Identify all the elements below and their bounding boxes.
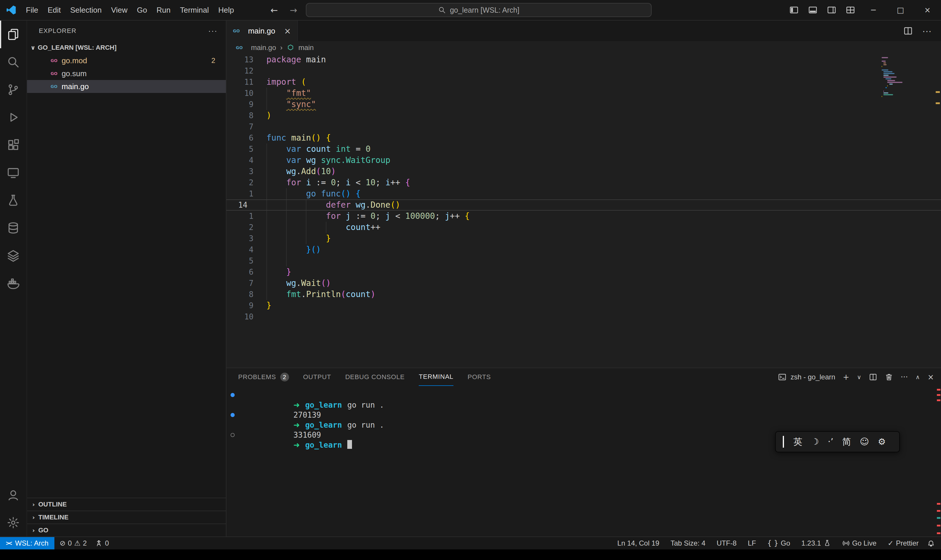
code-line[interactable]: 8 fmt.Println(count) <box>226 289 941 300</box>
notifications-bell-icon[interactable] <box>927 539 935 547</box>
menu-file[interactable]: File <box>21 4 43 17</box>
go-version-status[interactable]: 1.23.1 <box>798 539 834 547</box>
eol-status[interactable]: LF <box>745 539 759 547</box>
menu-view[interactable]: View <box>106 4 132 17</box>
tab-debug-console[interactable]: DEBUG CONSOLE <box>345 368 404 386</box>
ime-emoji-icon[interactable]: ☺ <box>860 437 869 446</box>
run-debug-icon[interactable] <box>0 103 26 131</box>
tab-maingo[interactable]: GO main.go × <box>226 21 298 41</box>
file-row-gomod[interactable]: GO go.mod 2 <box>27 54 226 67</box>
code-line[interactable]: 5 <box>226 255 941 266</box>
file-row-maingo[interactable]: GO main.go <box>27 80 226 93</box>
section-timeline[interactable]: › TIMELINE <box>27 511 226 523</box>
editor[interactable]: 13package main1211import (10 "fmt"9 "syn… <box>226 54 941 368</box>
code-line[interactable]: 9 "sync" <box>226 99 941 110</box>
code-line[interactable]: 6 } <box>226 266 941 278</box>
source-control-icon[interactable] <box>0 76 26 103</box>
cursor-position[interactable]: Ln 14, Col 19 <box>614 539 662 547</box>
layers-icon[interactable] <box>0 242 26 269</box>
code-line[interactable]: 4 }() <box>226 244 941 255</box>
command-decoration-icon[interactable] <box>231 413 235 417</box>
code-line[interactable]: 6func main() { <box>226 132 941 143</box>
code-line[interactable]: 10 <box>226 311 941 322</box>
testing-icon[interactable] <box>0 186 26 214</box>
split-terminal-icon[interactable] <box>869 373 877 381</box>
section-go[interactable]: › GO <box>27 523 226 537</box>
tab-terminal[interactable]: TERMINAL <box>419 368 454 386</box>
code-line[interactable]: 4 var wg sync.WaitGroup <box>226 155 941 166</box>
code-line[interactable]: 1 for j := 0; j < 100000; j++ { <box>226 211 941 222</box>
settings-gear-icon[interactable] <box>0 509 26 537</box>
code-line[interactable]: 3 } <box>226 233 941 244</box>
code-line[interactable]: 10 "fmt" <box>226 88 941 99</box>
split-editor-icon[interactable] <box>903 26 913 35</box>
toggle-secondary-sidebar-icon[interactable] <box>822 0 841 20</box>
terminal-content[interactable]: ➜go_learngo run . 270139 ➜go_learngo run… <box>226 386 941 537</box>
tab-close-icon[interactable]: × <box>284 26 291 36</box>
tab-ports[interactable]: PORTS <box>467 368 491 386</box>
ime-language-mode[interactable]: 英 <box>793 437 802 446</box>
database-icon[interactable] <box>0 214 26 242</box>
shell-session-label[interactable]: zsh - go_learn <box>778 373 835 381</box>
search-view-icon[interactable] <box>0 48 26 76</box>
tab-problems[interactable]: PROBLEMS 2 <box>238 368 289 386</box>
explorer-icon[interactable] <box>0 21 26 48</box>
docker-icon[interactable] <box>0 269 26 297</box>
toggle-sidebar-icon[interactable] <box>784 0 803 20</box>
code-line[interactable]: 3 wg.Add(10) <box>226 166 941 177</box>
menu-selection[interactable]: Selection <box>66 4 106 17</box>
code-line[interactable]: 1 go func() { <box>226 188 941 199</box>
menu-help[interactable]: Help <box>214 4 238 17</box>
command-center-search[interactable]: go_learn [WSL: Arch] <box>306 3 652 17</box>
code-line[interactable]: 7 <box>226 121 941 132</box>
menu-go[interactable]: Go <box>132 4 152 17</box>
remote-indicator[interactable]: >< WSL: Arch <box>0 537 54 549</box>
ime-simplified-mode[interactable]: 简 <box>842 437 851 446</box>
ime-halfwidth-moon-icon[interactable]: ☽ <box>811 437 819 446</box>
customize-layout-icon[interactable] <box>841 0 860 20</box>
accounts-icon[interactable] <box>0 481 26 509</box>
problems-status[interactable]: ⊘ 0 ⚠ 2 <box>57 539 90 547</box>
code-line[interactable]: 9} <box>226 300 941 311</box>
code-line[interactable]: 7 wg.Wait() <box>226 278 941 289</box>
code-line[interactable]: 2 count++ <box>226 222 941 233</box>
language-mode[interactable]: { } Go <box>764 539 793 547</box>
code-line[interactable]: 2 for i := 0; i < 10; i++ { <box>226 177 941 188</box>
close-panel-icon[interactable]: × <box>927 373 934 382</box>
menu-terminal[interactable]: Terminal <box>175 4 214 17</box>
window-minimize-button[interactable]: ─ <box>860 0 887 20</box>
kill-terminal-trash-icon[interactable] <box>885 373 893 381</box>
explorer-more-actions-icon[interactable]: ··· <box>208 26 218 35</box>
back-icon[interactable]: ← <box>271 5 278 15</box>
window-close-button[interactable]: × <box>914 0 941 20</box>
file-row-gosum[interactable]: GO go.sum <box>27 67 226 80</box>
prettier-status[interactable]: ✓ Prettier <box>885 539 922 547</box>
indentation-status[interactable]: Tab Size: 4 <box>667 539 709 547</box>
editor-more-actions-icon[interactable]: ··· <box>922 26 932 37</box>
menu-run[interactable]: Run <box>152 4 175 17</box>
forward-icon[interactable]: → <box>290 5 297 15</box>
code-line[interactable]: 11import ( <box>226 77 941 88</box>
window-maximize-button[interactable]: □ <box>887 0 914 20</box>
encoding-status[interactable]: UTF-8 <box>714 539 740 547</box>
ime-punctuation-mode[interactable]: ·’ <box>828 437 833 446</box>
toggle-panel-icon[interactable] <box>803 0 822 20</box>
ports-status[interactable]: 0 <box>92 539 112 547</box>
new-terminal-icon[interactable]: + <box>843 373 849 382</box>
code-line[interactable]: 13package main <box>226 54 941 65</box>
extensions-icon[interactable] <box>0 131 26 159</box>
code-line[interactable]: 8) <box>226 110 941 121</box>
section-outline[interactable]: › OUTLINE <box>27 498 226 511</box>
tab-output[interactable]: OUTPUT <box>303 368 331 386</box>
menu-edit[interactable]: Edit <box>43 4 66 17</box>
code-line[interactable]: 5 var count int = 0 <box>226 143 941 155</box>
command-decoration-icon[interactable] <box>231 393 235 397</box>
breadcrumb-file[interactable]: main.go <box>251 43 276 52</box>
terminal-dropdown-icon[interactable]: ∨ <box>857 374 861 381</box>
breadcrumb-symbol[interactable]: main <box>298 43 314 52</box>
folder-root-row[interactable]: ∨ GO_LEARN [WSL: ARCH] <box>27 41 226 54</box>
maximize-panel-icon[interactable]: ∧ <box>916 374 920 381</box>
go-live-button[interactable]: Go Live <box>839 539 879 547</box>
remote-explorer-icon[interactable] <box>0 159 26 186</box>
minimap[interactable] <box>882 57 932 99</box>
